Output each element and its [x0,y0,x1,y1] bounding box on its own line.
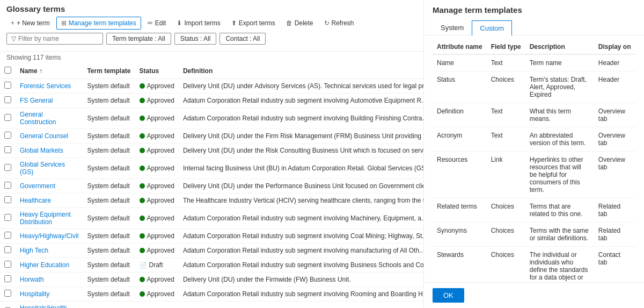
attribute-display-cell: Overview tab [594,103,635,127]
status-approved-badge: Approved [140,164,174,172]
term-name-link[interactable]: Horwath [20,276,44,283]
table-row: HorwathSystem defaultApprovedDelivery Un… [0,273,423,287]
definition-cell: Adatum Corporation Retail industry sub s… [183,261,423,269]
row-checkbox[interactable] [4,132,11,139]
term-template-filter[interactable]: Term template : All [106,33,171,45]
term-name-link[interactable]: General Construction [20,111,56,126]
terms-table-container: Name ↑ Term template Status Definition F… [0,63,423,308]
row-checkbox[interactable] [4,261,11,268]
row-checkbox[interactable] [4,82,11,89]
attribute-display-cell: Header [594,71,635,103]
term-status-cell: Approved [135,194,179,208]
manage-term-templates-button[interactable]: ⊞ Manage term templates [56,17,141,30]
row-checkbox[interactable] [4,290,11,297]
definition-col-header: Definition [179,63,423,79]
attr-type-col: Field type [487,40,525,54]
approved-dot [140,183,145,189]
term-template-cell: System default [83,79,135,94]
row-checkbox[interactable] [4,196,11,203]
approved-dot [140,148,145,153]
right-panel-footer: OK [424,282,644,308]
term-template-cell: System default [83,229,135,243]
status-approved-badge: Approved [140,247,174,254]
approved-dot [140,216,145,221]
term-name-link[interactable]: Forensic Services [20,82,71,90]
showing-count: Showing 117 items [0,52,423,63]
select-all-checkbox[interactable] [4,67,11,74]
row-checkbox[interactable] [4,96,11,103]
template-col-header: Term template [83,63,135,79]
attribute-description-cell: An abbreviated version of this term. [525,127,594,152]
term-name-link[interactable]: High Tech [20,247,48,254]
term-name-link[interactable]: Healthcare [20,197,51,204]
attr-header-row: Attribute name Field type Description Di… [433,40,635,54]
attribute-description-cell: Terms with the same or similar definitio… [525,223,594,247]
attributes-table: Attribute name Field type Description Di… [433,40,635,282]
term-template-cell: System default [83,158,135,179]
term-name-link[interactable]: Government [20,182,55,190]
definition-cell: Delivery Unit (DU) under Advisory Servic… [183,82,423,90]
filter-by-name-input[interactable] [18,35,88,42]
term-template-cell: System default [83,94,135,108]
table-row: General CounselSystem defaultApprovedDel… [0,129,423,144]
status-filter[interactable]: Status : All [174,33,217,45]
term-status-cell: Approved [135,79,179,94]
row-checkbox[interactable] [4,182,11,189]
term-status-cell: Approved [135,94,179,108]
term-status-cell: Approved [135,243,179,258]
row-checkbox[interactable] [4,275,11,282]
term-name-link[interactable]: Higher Education [20,261,69,269]
term-name-link[interactable]: Heavy/Highway/Civil [20,232,78,240]
term-status-cell: Approved [135,302,179,309]
row-checkbox[interactable] [4,246,11,253]
edit-button[interactable]: ✏ Edit [143,17,171,29]
attr-desc-col: Description [525,40,594,54]
term-status-cell: Approved [135,158,179,179]
term-template-cell: System default [83,287,135,302]
delete-button[interactable]: 🗑 Delete [282,17,318,29]
attribute-row: DefinitionTextWhat this term means.Overv… [433,103,635,127]
attribute-description-cell: Term name [525,54,594,71]
term-status-cell: Approved [135,287,179,302]
tab-system[interactable]: System [433,20,472,35]
attribute-type-cell: Choices [487,223,525,247]
new-term-button[interactable]: + + New term [6,17,54,29]
approved-dot [140,277,145,282]
tab-custom[interactable]: Custom [472,20,512,35]
term-template-cell: System default [83,258,135,273]
row-checkbox[interactable] [4,214,11,221]
attribute-name-cell: Synonyms [433,223,487,247]
status-approved-badge: Approved [140,290,174,298]
import-terms-button[interactable]: ⬇ Import terms [172,17,224,29]
row-checkbox[interactable] [4,146,11,153]
term-name-link[interactable]: FS General [20,97,53,104]
term-name-link[interactable]: General Counsel [20,132,68,140]
row-checkbox[interactable] [4,232,11,239]
definition-cell: Delivery Unit (DU) under the Firmwide (F… [183,276,351,283]
row-checkbox[interactable] [4,114,11,121]
table-row: GovernmentSystem defaultApprovedDelivery… [0,179,423,194]
refresh-button[interactable]: ↻ Refresh [320,17,358,29]
attribute-row: NameTextTerm nameHeader [433,54,635,71]
refresh-icon: ↻ [324,19,330,27]
term-name-link[interactable]: Global Markets [20,147,63,154]
definition-cell: Adatum Corporation Retail industry sub s… [183,232,423,240]
table-row: Hospitals/Health SystemsSystem defaultAp… [0,302,423,309]
term-status-cell: Approved [135,108,179,129]
filter-input-wrapper[interactable]: ▽ [6,33,103,45]
panel-title: Glossary terms [6,4,417,13]
term-name-link[interactable]: Hospitality [20,290,49,298]
row-checkbox[interactable] [4,164,11,171]
term-name-link[interactable]: Global Services (GS) [20,161,65,176]
select-all-col [0,63,16,79]
term-name-link[interactable]: Hospitals/Health Systems [20,304,67,308]
contact-filter[interactable]: Contact : All [219,33,266,45]
status-approved-badge: Approved [140,132,174,140]
term-name-link[interactable]: Heavy Equipment Distribution [20,211,71,226]
ok-button[interactable]: OK [433,288,464,303]
export-terms-button[interactable]: ⬆ Export terms [227,17,280,29]
attribute-description-cell: What this term means. [525,103,594,127]
attribute-name-cell: Resources [433,152,487,198]
term-status-cell: Approved [135,273,179,287]
term-status-cell: 📄Draft [135,258,179,273]
